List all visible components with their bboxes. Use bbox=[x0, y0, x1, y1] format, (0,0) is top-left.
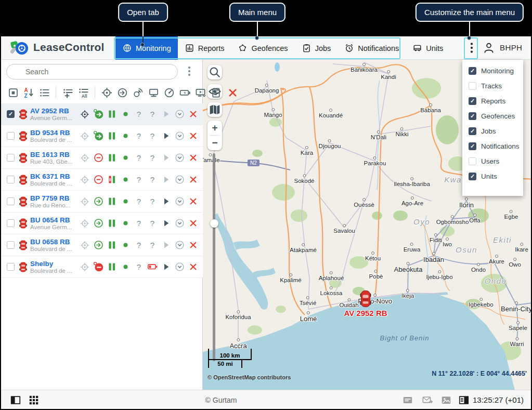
connection-state-icon[interactable] bbox=[119, 196, 132, 207]
connection-state-icon[interactable] bbox=[119, 152, 132, 163]
menu-item-units[interactable]: ✓Units bbox=[462, 169, 523, 184]
listadd-icon[interactable] bbox=[62, 87, 74, 99]
remove-from-list-icon[interactable] bbox=[186, 240, 200, 250]
checkbox-icon[interactable]: ✓ bbox=[469, 112, 476, 120]
unit-row[interactable]: ✓AV 2952 RBAvenue Germ...?? bbox=[0, 103, 203, 125]
tab-units[interactable]: Units bbox=[406, 36, 450, 60]
data-accuracy-icon[interactable] bbox=[105, 218, 119, 229]
target-icon[interactable] bbox=[101, 87, 113, 99]
unit-row[interactable]: BU 0658 RBBoulevard de ...?? bbox=[0, 234, 203, 256]
unit-name-block[interactable]: BE 1613 RBRue 403, Gbe... bbox=[30, 151, 78, 165]
tab-jobs[interactable]: Jobs bbox=[295, 36, 338, 60]
expand-unit-icon[interactable] bbox=[173, 218, 186, 229]
zoom-slider-track[interactable] bbox=[213, 153, 215, 361]
unit-checkbox[interactable] bbox=[7, 154, 15, 162]
data-accuracy-icon[interactable] bbox=[105, 240, 119, 250]
battery-low-icon[interactable] bbox=[146, 261, 159, 272]
tab-notifications[interactable]: Notifications bbox=[338, 36, 406, 60]
user-profile-icon[interactable] bbox=[482, 41, 496, 55]
expand-unit-icon[interactable] bbox=[173, 152, 186, 163]
unit-checkbox[interactable] bbox=[7, 263, 15, 271]
unit-row[interactable]: BD 9534 RBBoulevard de ...?? bbox=[0, 125, 203, 147]
remove-from-list-icon[interactable] bbox=[186, 261, 200, 272]
video-icon[interactable] bbox=[194, 87, 206, 99]
connection-state-icon[interactable] bbox=[119, 130, 132, 141]
motion-state-icon[interactable] bbox=[92, 152, 105, 163]
quick-track-icon[interactable] bbox=[159, 130, 173, 141]
unit-checkbox[interactable] bbox=[7, 132, 15, 140]
unit-checkbox[interactable] bbox=[7, 176, 15, 183]
tab-geofences[interactable]: Geofences bbox=[231, 36, 294, 60]
connection-state-icon[interactable] bbox=[119, 174, 132, 185]
tab-monitoring[interactable]: Monitoring bbox=[115, 36, 178, 60]
image-icon[interactable] bbox=[440, 394, 452, 406]
checkbox-icon[interactable]: ✓ bbox=[469, 142, 476, 150]
menu-item-tracks[interactable]: Tracks bbox=[462, 78, 523, 94]
track-unit-icon[interactable] bbox=[78, 109, 92, 120]
unit-row[interactable]: BK 6371 RBBoulevard de ...?? bbox=[0, 169, 203, 191]
search-options-kebab-icon[interactable] bbox=[183, 65, 196, 77]
quick-track-icon[interactable] bbox=[159, 152, 173, 163]
motion-state-icon[interactable] bbox=[92, 174, 105, 185]
data-accuracy-icon[interactable] bbox=[105, 109, 119, 120]
unit-row[interactable]: BU 0654 RBAvenue Germ...?? bbox=[0, 213, 203, 234]
unit-name-block[interactable]: ShelbyBoulevard de ... bbox=[30, 260, 78, 274]
checkbox-icon[interactable] bbox=[469, 157, 476, 165]
search-input[interactable] bbox=[6, 64, 178, 80]
track-unit-icon[interactable] bbox=[78, 218, 92, 229]
data-accuracy-icon[interactable] bbox=[105, 174, 119, 185]
unit-car-marker[interactable] bbox=[360, 290, 371, 308]
quick-track-icon[interactable] bbox=[159, 240, 173, 250]
map-layers-button[interactable] bbox=[207, 102, 222, 117]
connection-state-icon[interactable] bbox=[119, 218, 132, 229]
notes-icon[interactable] bbox=[210, 87, 222, 99]
selection-icon[interactable] bbox=[7, 87, 19, 99]
connection-state-icon[interactable] bbox=[119, 109, 132, 120]
menu-item-jobs[interactable]: ✓Jobs bbox=[462, 124, 523, 139]
track-unit-icon[interactable] bbox=[78, 153, 92, 163]
menu-item-geofences[interactable]: ✓Geofences bbox=[462, 109, 523, 124]
quick-track-icon[interactable] bbox=[159, 196, 173, 207]
motion-state-icon[interactable] bbox=[92, 109, 105, 120]
motion-state-icon[interactable] bbox=[92, 240, 105, 250]
unit-name-block[interactable]: BU 0654 RBAvenue Germ... bbox=[30, 216, 78, 230]
data-accuracy-icon[interactable] bbox=[105, 152, 119, 163]
batteryc-icon[interactable] bbox=[179, 87, 191, 99]
remove-from-list-icon[interactable] bbox=[186, 152, 200, 163]
menu-item-reports[interactable]: ✓Reports bbox=[462, 94, 523, 109]
data-accuracy-icon[interactable] bbox=[105, 130, 119, 141]
sortaz-icon[interactable]: AZ bbox=[23, 87, 35, 99]
motion-state-icon[interactable] bbox=[92, 261, 105, 272]
unit-row[interactable]: BP 7759 RBRue du Reno...?? bbox=[0, 191, 203, 213]
track-unit-icon[interactable] bbox=[78, 131, 92, 141]
apps-grid-icon[interactable] bbox=[28, 394, 40, 406]
unit-row[interactable]: BE 1613 RBRue 403, Gbe...?? bbox=[0, 147, 203, 169]
checkbox-icon[interactable] bbox=[469, 82, 476, 90]
expand-unit-icon[interactable] bbox=[173, 130, 186, 141]
expand-unit-icon[interactable] bbox=[173, 196, 186, 207]
menu-item-users[interactable]: Users bbox=[462, 154, 523, 169]
remove-from-list-icon[interactable] bbox=[186, 196, 200, 207]
remove-from-list-icon[interactable] bbox=[186, 130, 200, 141]
quick-track-icon[interactable] bbox=[159, 261, 173, 272]
expand-unit-icon[interactable] bbox=[173, 174, 186, 185]
remove-from-list-icon[interactable] bbox=[186, 218, 200, 229]
unit-checkbox[interactable] bbox=[7, 241, 15, 249]
list-icon[interactable] bbox=[38, 87, 50, 99]
unit-name-block[interactable]: BU 0658 RBBoulevard de ... bbox=[30, 238, 78, 252]
data-accuracy-icon[interactable] bbox=[105, 196, 119, 207]
unit-name-block[interactable]: BP 7759 RBRue du Reno... bbox=[30, 194, 78, 208]
follow-icon[interactable] bbox=[116, 87, 128, 99]
tab-reports[interactable]: Reports bbox=[178, 36, 231, 60]
motion-state-icon[interactable] bbox=[92, 130, 105, 141]
listall-icon[interactable]: All bbox=[77, 87, 89, 99]
split-view-icon[interactable] bbox=[458, 394, 470, 406]
kebab-menu-icon[interactable] bbox=[465, 41, 478, 55]
quick-track-icon[interactable] bbox=[159, 174, 173, 185]
motion-state-icon[interactable] bbox=[92, 196, 105, 207]
mail-send-icon[interactable] bbox=[422, 394, 433, 406]
checkbox-icon[interactable]: ✓ bbox=[469, 127, 476, 135]
unit-checkbox[interactable] bbox=[7, 219, 15, 227]
clear-icon[interactable] bbox=[227, 87, 239, 99]
menu-item-monitoring[interactable]: ✓Monitoring bbox=[462, 63, 523, 78]
